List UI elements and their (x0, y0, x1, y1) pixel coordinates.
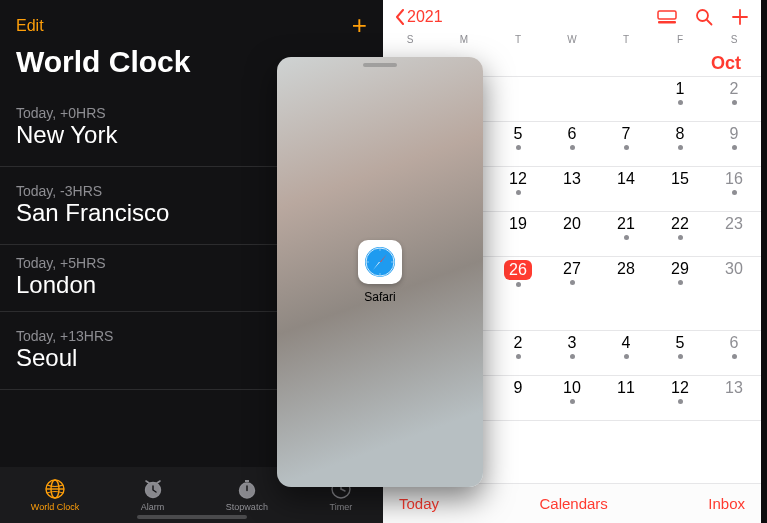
event-dot-icon (624, 145, 629, 150)
day-cell[interactable]: 30 (707, 257, 761, 301)
tab-label: Alarm (141, 502, 165, 512)
day-cell[interactable]: 7 (599, 122, 653, 166)
day-cell[interactable]: 5 (491, 122, 545, 166)
day-cell[interactable]: 3 (545, 331, 599, 375)
day-cell[interactable]: 27 (545, 257, 599, 301)
day-cell[interactable]: 1 (653, 77, 707, 121)
day-number: 26 (504, 260, 532, 280)
add-city-button[interactable]: + (352, 10, 367, 41)
calendar-actions (657, 8, 749, 26)
day-cell[interactable]: 13 (545, 167, 599, 211)
city-offset: Today, +13HRS (16, 328, 113, 344)
day-number: 12 (671, 379, 689, 397)
event-dot-icon (570, 145, 575, 150)
day-cell[interactable]: 12 (491, 167, 545, 211)
day-number: 21 (617, 215, 635, 233)
svg-line-5 (157, 481, 160, 483)
chevron-left-icon (395, 9, 405, 25)
slideover-card[interactable]: Safari (277, 57, 483, 487)
tab-label: Timer (329, 502, 352, 512)
event-dot-icon (678, 235, 683, 240)
day-cell[interactable]: 20 (545, 212, 599, 256)
day-number: 13 (725, 379, 743, 397)
home-indicator[interactable] (137, 515, 247, 519)
event-dot-icon (624, 354, 629, 359)
weekday-label: F (653, 34, 707, 45)
inbox-button[interactable]: Inbox (708, 495, 745, 512)
tab-alarm[interactable]: Alarm (141, 479, 165, 512)
event-dot-icon (678, 354, 683, 359)
event-dot-icon (678, 280, 683, 285)
day-cell[interactable]: 5 (653, 331, 707, 375)
day-cell[interactable]: 6 (545, 122, 599, 166)
weekday-header: SMTWTFS (383, 32, 761, 47)
day-number: 29 (671, 260, 689, 278)
day-cell[interactable]: 2 (491, 331, 545, 375)
day-cell[interactable]: 13 (707, 376, 761, 420)
safari-icon[interactable] (358, 240, 402, 284)
day-number: 6 (730, 334, 739, 352)
day-number: 15 (671, 170, 689, 188)
day-number: 12 (509, 170, 527, 188)
city-offset: Today, -3HRS (16, 183, 169, 199)
day-number: 28 (617, 260, 635, 278)
weekday-label: S (707, 34, 761, 45)
event-dot-icon (732, 100, 737, 105)
weekday-label: T (599, 34, 653, 45)
day-cell[interactable]: 2 (707, 77, 761, 121)
day-number: 16 (725, 170, 743, 188)
safari-label: Safari (364, 290, 395, 304)
day-cell[interactable]: 28 (599, 257, 653, 301)
tab-label: Stopwatch (226, 502, 268, 512)
day-cell (653, 421, 707, 465)
back-button[interactable]: 2021 (395, 8, 443, 26)
day-number: 2 (514, 334, 523, 352)
day-number: 1 (676, 80, 685, 98)
event-dot-icon (516, 354, 521, 359)
day-cell[interactable]: 10 (545, 376, 599, 420)
day-cell[interactable]: 21 (599, 212, 653, 256)
today-button[interactable]: Today (399, 495, 439, 512)
globe-icon (44, 479, 66, 499)
day-cell (599, 77, 653, 121)
add-event-button[interactable] (731, 8, 749, 26)
day-cell[interactable]: 19 (491, 212, 545, 256)
day-cell[interactable]: 29 (653, 257, 707, 301)
day-cell[interactable]: 6 (707, 331, 761, 375)
day-cell[interactable]: 9 (707, 122, 761, 166)
day-cell[interactable]: 4 (599, 331, 653, 375)
city-offset: Today, +5HRS (16, 255, 106, 271)
view-toggle-icon[interactable] (657, 10, 677, 24)
event-dot-icon (678, 145, 683, 150)
day-cell[interactable]: 26 (491, 257, 545, 301)
tab-stopwatch[interactable]: Stopwatch (226, 479, 268, 512)
day-cell[interactable]: 12 (653, 376, 707, 420)
day-number: 30 (725, 260, 743, 278)
day-cell[interactable]: 16 (707, 167, 761, 211)
calendars-button[interactable]: Calendars (539, 495, 607, 512)
day-number: 11 (617, 379, 635, 397)
day-number: 5 (514, 125, 523, 143)
day-cell[interactable]: 11 (599, 376, 653, 420)
city-offset: Today, +0HRS (16, 105, 117, 121)
search-icon[interactable] (695, 8, 713, 26)
day-cell[interactable]: 14 (599, 167, 653, 211)
day-number: 19 (509, 215, 527, 233)
day-cell[interactable]: 23 (707, 212, 761, 256)
back-year-label: 2021 (407, 8, 443, 26)
day-cell[interactable]: 8 (653, 122, 707, 166)
event-dot-icon (570, 399, 575, 404)
event-dot-icon (624, 235, 629, 240)
day-number: 2 (730, 80, 739, 98)
day-cell[interactable]: 9 (491, 376, 545, 420)
tab-world-clock[interactable]: World Clock (31, 479, 79, 512)
day-number: 13 (563, 170, 581, 188)
day-cell[interactable]: 22 (653, 212, 707, 256)
day-cell[interactable]: 15 (653, 167, 707, 211)
svg-rect-13 (658, 21, 676, 24)
event-dot-icon (732, 145, 737, 150)
edit-button[interactable]: Edit (16, 17, 44, 35)
svg-rect-12 (658, 11, 676, 19)
day-number: 27 (563, 260, 581, 278)
svg-line-15 (707, 20, 712, 25)
